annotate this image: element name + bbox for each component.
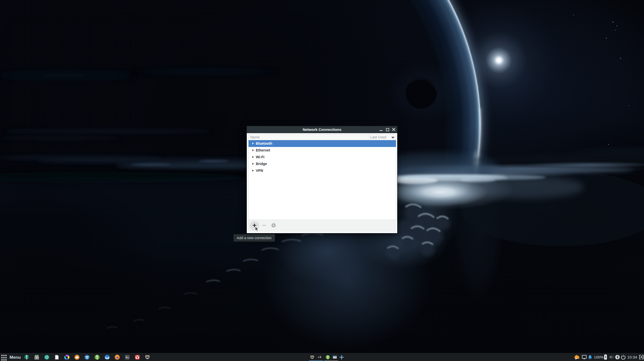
svg-text:$: $: [126, 356, 127, 358]
